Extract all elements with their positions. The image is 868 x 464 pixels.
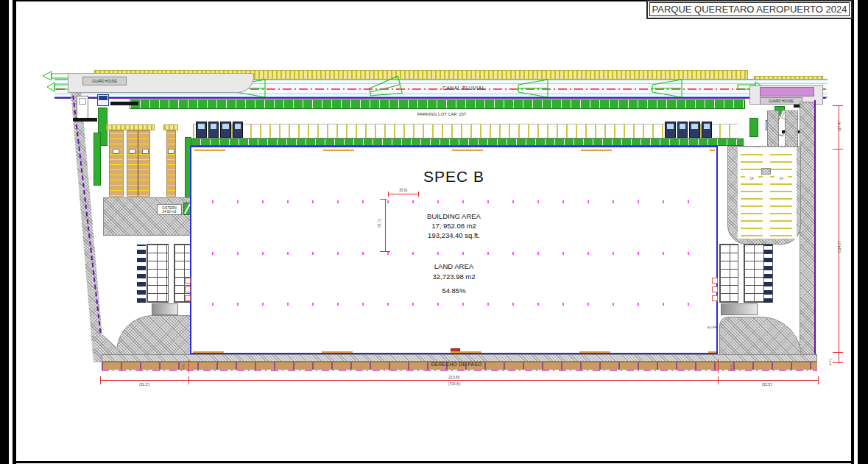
trailer-parking-grid — [147, 244, 169, 303]
detail-dim-left — [385, 199, 386, 252]
column-grid-row — [212, 252, 698, 255]
dim-corner-left-label: (4.2') — [181, 358, 186, 377]
trailer-row-icons-right — [763, 245, 772, 303]
stall-marker — [129, 149, 135, 154]
truck-court-curb-left2 — [163, 124, 178, 130]
building-area-m2: 17, 952.08 m2 — [191, 222, 716, 230]
gate-arm-icon — [73, 118, 97, 122]
dim-tick — [718, 376, 719, 384]
dock-ramp-left — [152, 303, 178, 315]
detail-dim-top — [388, 194, 419, 194]
guard-house-right-label: GUARD HOUSE — [769, 99, 794, 103]
stall-count-left: 14 — [745, 176, 758, 180]
easement-label-text: DERECHO DE PASO — [431, 362, 482, 367]
equipment-unit-icon — [196, 122, 207, 138]
frame-right-outer — [858, 0, 868, 464]
truck-court-divider — [138, 130, 138, 197]
column-grid-row — [212, 200, 698, 203]
equipment-unit-icon — [677, 122, 688, 138]
stall-marker — [142, 149, 149, 154]
slope-right-text: SLOPE — [708, 326, 717, 329]
dim-tick — [833, 149, 843, 150]
building-name: SPEC B — [191, 168, 716, 186]
canal-south-edge-line — [54, 97, 826, 99]
parking-island-chip — [761, 168, 771, 175]
truck-court-strip — [166, 130, 176, 197]
land-area-label: LAND AREA — [191, 262, 716, 270]
equipment-unit-icon — [208, 122, 219, 138]
column-grid-row — [212, 303, 698, 306]
culvert-icon — [517, 78, 549, 99]
dim-corner-left — [188, 359, 189, 373]
dock-ramp-right — [721, 303, 758, 315]
building-spec-b: SPEC B BUILDING AREA 17, 952.08 m2 193,2… — [190, 146, 718, 354]
truck-court-strip — [127, 130, 150, 197]
equipment-bank-left — [196, 122, 243, 138]
dim-right-middle-label: (114.5') — [837, 233, 841, 260]
detail-dim-foot — [380, 251, 390, 252]
dim-corner-right — [718, 359, 719, 373]
trailer-row-icons-left — [137, 245, 146, 303]
dock-door-icon — [712, 278, 718, 284]
east-boundary-strip — [800, 102, 816, 361]
detail-dim-tick — [418, 191, 419, 197]
dock-door-icon — [712, 295, 718, 301]
canopy-line-south — [193, 351, 716, 353]
stall-marker — [168, 149, 174, 154]
trailer-parking-grid — [719, 244, 738, 303]
equipment-bank-right — [665, 122, 712, 138]
dim-tick — [833, 362, 843, 363]
dock-door-icon — [185, 295, 191, 301]
canal-label-text: CANAL PLUVIAL — [442, 85, 485, 91]
dock-door-icon — [185, 278, 191, 284]
car-parking-stalls-right-col — [770, 150, 792, 236]
canal-label: CANAL PLUVIAL — [431, 85, 497, 91]
guard-house-left-label: GUARD HOUSE — [92, 80, 117, 83]
landscape-strip — [93, 133, 101, 186]
slope-label-right: SLOPE — [698, 318, 717, 323]
frame-left-outer — [0, 0, 9, 464]
dim-bottom-center-m: 213.60 — [436, 375, 473, 379]
equipment-unit-icon — [233, 122, 244, 138]
stall-count-right-text: 14 — [779, 177, 783, 180]
equipment-unit-icon — [702, 122, 713, 138]
parking-row-south-stalls — [193, 124, 738, 138]
title-block: PARQUE QUERETARO AEROPUERTO 2024 — [649, 2, 850, 16]
land-area-m2: 32,723.98 m2 — [191, 273, 716, 281]
cistern-label: CISTERN 24.00 m3 — [157, 204, 182, 215]
parking-lot-label: PARKING LOT CAP. 157 — [368, 110, 515, 117]
dock-door-icon — [712, 287, 718, 292]
cistern-label-line2: 24.00 m3 — [163, 210, 177, 214]
truck-court-curb-left — [106, 124, 155, 130]
stall-marker — [113, 149, 119, 154]
guard-house-right: GUARD HOUSE — [760, 97, 802, 105]
detail-dim-tick — [388, 191, 389, 197]
equipment-unit-icon — [689, 122, 700, 138]
canal-flow-arrow-left-icon — [46, 82, 71, 92]
equipment-unit-icon — [665, 122, 676, 138]
detail-dim-height-label: 63.71 — [378, 210, 382, 236]
dim-bottom-left-label: (51.2') — [122, 382, 166, 387]
stall-count-left-text: 14 — [749, 177, 753, 180]
frame-bottom-line — [16, 461, 851, 463]
landscape-island-right — [749, 118, 758, 137]
dim-tick — [833, 105, 843, 106]
sheet-title: PARQUE QUERETARO AEROPUERTO 2024 — [652, 4, 847, 15]
dim-bottom-center-ft: (700.8') — [436, 382, 473, 386]
dim-tick — [100, 376, 101, 384]
truck-icon — [77, 96, 88, 119]
median-right — [767, 110, 779, 149]
gate-arm-icon — [110, 102, 138, 105]
dim-bottom-right-label: (52.5') — [747, 382, 788, 387]
detail-dim-width-label: 35.91 — [392, 189, 415, 193]
stall-count-right: 14 — [775, 176, 788, 180]
easement-boundary-dashline — [102, 370, 817, 371]
building-area-sqft: 193,234.40 sq.ft. — [191, 231, 716, 239]
equipment-unit-icon — [220, 122, 231, 138]
dim-tick — [188, 376, 189, 384]
dim-tick — [833, 352, 843, 353]
dim-corner-right-label: (4.2') — [730, 358, 734, 377]
dim-tick — [818, 376, 819, 384]
site-plan-sheet: PARQUE QUERETARO AEROPUERTO 2024 CANAL P… — [0, 0, 868, 464]
culvert-icon — [651, 78, 683, 99]
